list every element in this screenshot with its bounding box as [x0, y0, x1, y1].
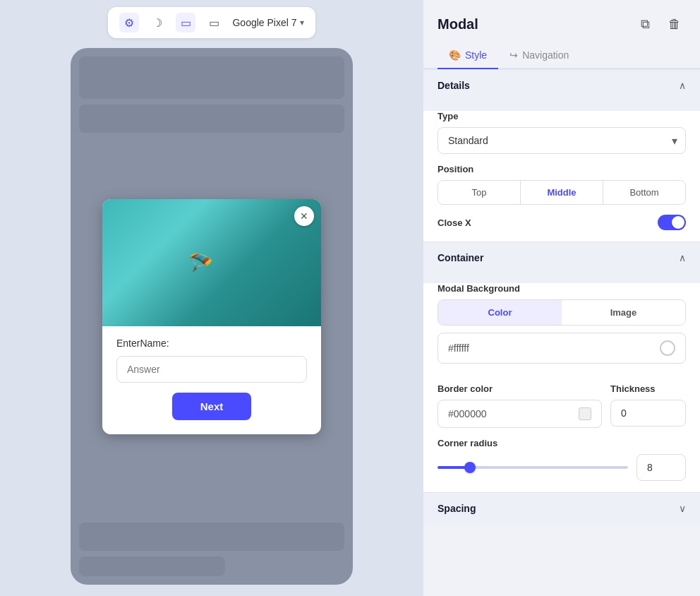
copy-icon[interactable]: ⧉	[634, 13, 656, 35]
modal-image: 🪂 ✕	[102, 199, 321, 326]
position-btn-group: Top Middle Bottom	[438, 180, 686, 205]
container-section-title: Container	[438, 252, 483, 263]
modal-card: 🪂 ✕ EnterName: Next	[102, 199, 321, 434]
modal-bg-tab-group: Color Image	[438, 299, 686, 326]
thickness-label: Thickness	[610, 383, 686, 394]
color-picker-circle[interactable]	[660, 340, 675, 356]
container-chevron-icon: ∧	[679, 252, 686, 263]
close-x-toggle[interactable]	[658, 215, 686, 230]
device-name-label: Google Pixel 7	[232, 17, 296, 28]
corner-radius-slider[interactable]	[438, 466, 628, 469]
thickness-input[interactable]	[610, 400, 686, 427]
border-color-field: Border color	[438, 374, 602, 428]
close-x-label: Close X	[438, 217, 471, 228]
border-color-swatch[interactable]	[579, 407, 591, 420]
position-top-button[interactable]: Top	[438, 181, 521, 204]
spacing-section-title: Spacing	[438, 503, 476, 514]
left-panel: ⚙ ☽ ▭ ▭ Google Pixel 7 ▾ 🪂 ✕	[0, 0, 423, 596]
corner-radius-row: Corner radius	[438, 438, 686, 481]
right-panel: Modal ⧉ 🗑 🎨 Style ↪ Navigation Details ∧…	[423, 0, 700, 596]
spacing-chevron-icon: ∨	[679, 503, 686, 514]
position-bottom-button[interactable]: Bottom	[603, 181, 685, 204]
style-tab-icon: 🎨	[449, 49, 461, 61]
spacing-section-header[interactable]: Spacing ∨	[423, 493, 700, 524]
navigation-tab-label: Navigation	[522, 49, 569, 61]
close-icon: ✕	[300, 210, 308, 222]
details-section: Details ∧ Type Standard Fullscreen Botto…	[423, 69, 700, 242]
type-select[interactable]: Standard Fullscreen Bottom Sheet	[438, 127, 686, 154]
modal-overlay: 🪂 ✕ EnterName: Next	[71, 48, 353, 585]
moon-icon[interactable]: ☽	[147, 13, 167, 32]
modal-close-button[interactable]: ✕	[294, 206, 314, 226]
spacing-section: Spacing ∨	[423, 492, 700, 524]
phone-icon[interactable]: ▭	[176, 13, 195, 32]
color-hex-input[interactable]	[448, 342, 653, 354]
right-panel-tabs: 🎨 Style ↪ Navigation	[423, 42, 700, 69]
border-color-input-row	[438, 400, 602, 428]
container-section-body: Modal Background Color Image Border colo…	[423, 283, 700, 492]
toggle-knob	[672, 216, 684, 229]
corner-radius-input[interactable]	[636, 454, 686, 481]
modal-image-figure: 🪂	[188, 251, 213, 274]
tab-navigation[interactable]: ↪ Navigation	[498, 42, 580, 68]
settings-icon[interactable]: ⚙	[119, 13, 139, 32]
phone-frame: 🪂 ✕ EnterName: Next	[71, 48, 353, 585]
details-section-header[interactable]: Details ∧	[423, 70, 700, 101]
type-label: Type	[438, 111, 686, 121]
details-chevron-icon: ∧	[679, 80, 686, 91]
details-section-title: Details	[438, 80, 470, 91]
device-selector[interactable]: Google Pixel 7 ▾	[232, 17, 303, 28]
type-select-wrapper: Standard Fullscreen Bottom Sheet ▾	[438, 127, 686, 154]
modal-next-button[interactable]: Next	[172, 393, 252, 420]
thickness-field: Thickness	[610, 374, 686, 428]
border-color-input[interactable]	[448, 408, 572, 419]
bg-image-tab[interactable]: Image	[562, 300, 685, 325]
right-panel-title: Modal	[438, 16, 478, 32]
style-tab-label: Style	[465, 49, 487, 61]
container-section: Container ∧ Modal Background Color Image…	[423, 242, 700, 492]
border-thickness-row: Border color Thickness	[438, 374, 686, 428]
modal-input-label: EnterName:	[116, 338, 307, 349]
device-toolbar: ⚙ ☽ ▭ ▭ Google Pixel 7 ▾	[108, 7, 315, 38]
position-middle-button[interactable]: Middle	[521, 181, 603, 204]
desktop-icon[interactable]: ▭	[204, 13, 224, 32]
details-section-body: Type Standard Fullscreen Bottom Sheet ▾ …	[423, 111, 700, 242]
bg-color-tab[interactable]: Color	[438, 300, 562, 325]
corner-radius-controls	[438, 454, 686, 481]
color-value-row	[438, 333, 686, 364]
delete-icon[interactable]: 🗑	[663, 13, 686, 35]
device-chevron-icon: ▾	[300, 18, 304, 28]
corner-radius-label: Corner radius	[438, 438, 686, 448]
modal-body: EnterName: Next	[102, 326, 321, 434]
header-icons: ⧉ 🗑	[634, 13, 686, 35]
border-color-label: Border color	[438, 383, 602, 394]
tab-style[interactable]: 🎨 Style	[438, 42, 498, 69]
modal-answer-input[interactable]	[116, 356, 307, 383]
container-section-header[interactable]: Container ∧	[423, 242, 700, 273]
navigation-tab-icon: ↪	[509, 49, 518, 61]
close-x-row: Close X	[438, 215, 686, 230]
position-label: Position	[438, 164, 686, 174]
right-panel-header: Modal ⧉ 🗑	[423, 0, 700, 42]
modal-bg-label: Modal Background	[438, 283, 686, 294]
